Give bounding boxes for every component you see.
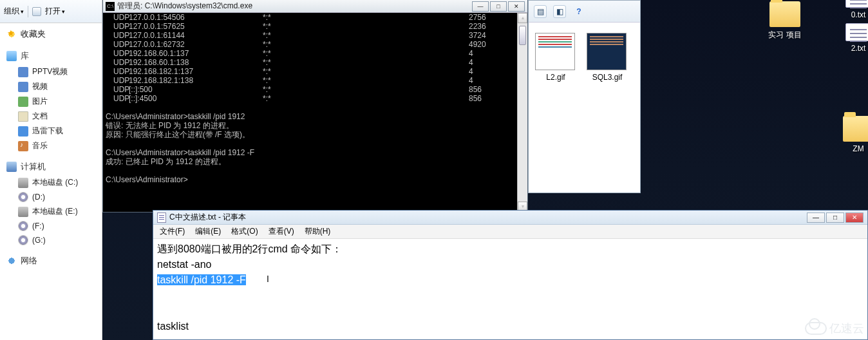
favorites-label: 收藏夹 bbox=[21, 28, 46, 40]
library-icon bbox=[6, 51, 17, 61]
notepad-window: C中文描述.txt - 记事本 — □ ✕ 文件(F) 编辑(E) 格式(O) … bbox=[153, 210, 868, 340]
nav-item-documents[interactable]: 文档 bbox=[0, 109, 102, 124]
cloud-icon bbox=[805, 322, 827, 335]
music-icon bbox=[18, 141, 28, 151]
menu-help[interactable]: 帮助(H) bbox=[301, 225, 335, 238]
desktop-file-0txt[interactable]: 0.txt bbox=[835, 0, 868, 19]
open-icon bbox=[32, 7, 41, 16]
text-cursor-icon: I bbox=[267, 271, 269, 287]
nav-network[interactable]: 网络 bbox=[0, 252, 102, 269]
notepad-textarea[interactable]: 遇到8080端口被用的2行cmd 命令如下： netstat -ano task… bbox=[153, 239, 867, 337]
close-button[interactable]: ✕ bbox=[845, 212, 863, 223]
organize-menu[interactable]: 组织 bbox=[4, 6, 24, 17]
nav-library[interactable]: 库 bbox=[0, 48, 102, 64]
computer-icon bbox=[6, 162, 17, 172]
netstat-row: UDP192.168.182.1:137*:*4 bbox=[106, 67, 525, 76]
nav-favorites[interactable]: 收藏夹 bbox=[0, 26, 102, 42]
netstat-row: UDP127.0.0.1:61144*:*3724 bbox=[106, 31, 525, 40]
library-label: 库 bbox=[21, 50, 29, 62]
netstat-row: UDP127.0.0.1:54506*:*2756 bbox=[106, 13, 525, 22]
netstat-row: UDP192.168.182.1:138*:*4 bbox=[106, 76, 525, 85]
nav-disk-f[interactable]: (F:) bbox=[0, 219, 102, 233]
nav-item-music[interactable]: 音乐 bbox=[0, 138, 102, 153]
cmd-output[interactable]: UDP127.0.0.1:54506*:*2756UDP127.0.0.1:57… bbox=[103, 13, 527, 212]
file-item[interactable]: L2.gif bbox=[535, 33, 576, 82]
nav-item-xunlei[interactable]: 迅雷下载 bbox=[0, 124, 102, 138]
cmd-line: C:\Users\Administrator> bbox=[106, 175, 525, 184]
netstat-row: UDP127.0.0.1:57625*:*2236 bbox=[106, 22, 525, 31]
explorer-right-toolbar: ▤ ◧ ? bbox=[529, 1, 640, 23]
icon-label: 实习 项目 bbox=[761, 30, 809, 41]
menu-format[interactable]: 格式(O) bbox=[227, 225, 261, 238]
cd-icon bbox=[18, 192, 28, 202]
download-icon bbox=[18, 126, 28, 137]
view-mode-button[interactable]: ◧ bbox=[553, 5, 566, 18]
nav-item-pictures[interactable]: 图片 bbox=[0, 94, 102, 109]
explorer-sidebar: 组织 打开 收藏夹 库 PPTV视频 视频 图片 文档 迅雷下载 音乐 计算机 … bbox=[0, 0, 102, 340]
cmd-line bbox=[106, 166, 525, 175]
explorer-window-right: ▤ ◧ ? L2.gif SQL3.gif bbox=[528, 0, 641, 193]
video-icon bbox=[18, 67, 28, 77]
nav-disk-e[interactable]: 本地磁盘 (E:) bbox=[0, 204, 102, 219]
cmd-line: 成功: 已终止 PID 为 1912 的进程。 bbox=[106, 157, 525, 166]
nav-disk-d[interactable]: (D:) bbox=[0, 190, 102, 204]
netstat-row: UDP127.0.0.1:62732*:*4920 bbox=[106, 40, 525, 49]
minimize-button[interactable]: — bbox=[472, 1, 489, 12]
cmd-icon: C:\ bbox=[106, 2, 115, 11]
disk-icon bbox=[18, 178, 28, 188]
text-file-icon bbox=[845, 0, 868, 8]
cmd-line bbox=[106, 103, 525, 112]
desktop-folder-zm[interactable]: ZM bbox=[835, 116, 868, 153]
cmd-line: C:\Users\Administrator>taskkill /pid 191… bbox=[106, 112, 525, 121]
close-button[interactable]: ✕ bbox=[508, 1, 525, 12]
menu-file[interactable]: 文件(F) bbox=[156, 225, 189, 238]
computer-label: 计算机 bbox=[21, 161, 46, 173]
thumbnail-icon bbox=[535, 33, 575, 70]
view-layout-button[interactable]: ▤ bbox=[534, 5, 547, 18]
folder-icon bbox=[769, 1, 800, 27]
cd-icon bbox=[18, 235, 28, 245]
cmd-line: 错误: 无法终止 PID 为 1912 的进程。 bbox=[106, 121, 525, 130]
text-line: 遇到8080端口被用的2行cmd 命令如下： bbox=[157, 241, 863, 257]
help-icon: ? bbox=[576, 7, 581, 16]
star-icon bbox=[6, 29, 17, 39]
minimize-button[interactable]: — bbox=[807, 212, 825, 223]
desktop-file-2txt[interactable]: 2.txt bbox=[835, 23, 868, 53]
scroll-up-button[interactable]: ▴ bbox=[518, 13, 527, 23]
nav-item-video[interactable]: 视频 bbox=[0, 79, 102, 94]
icon-label: 2.txt bbox=[835, 44, 868, 53]
nav-disk-c[interactable]: 本地磁盘 (C:) bbox=[0, 175, 102, 190]
file-label: SQL3.gif bbox=[587, 73, 628, 82]
scroll-thumb[interactable] bbox=[519, 26, 526, 45]
menu-edit[interactable]: 编辑(E) bbox=[191, 225, 225, 238]
folder-icon bbox=[843, 116, 868, 142]
cmd-line: C:\Users\Administrator>taskkill /pid 191… bbox=[106, 148, 525, 157]
thumbnail-icon bbox=[587, 33, 627, 70]
desktop-folder-shixi[interactable]: 实习 项目 bbox=[761, 1, 809, 41]
notepad-menubar: 文件(F) 编辑(E) 格式(O) 查看(V) 帮助(H) bbox=[153, 225, 867, 239]
open-menu[interactable]: 打开 bbox=[45, 6, 65, 17]
text-line bbox=[157, 288, 863, 303]
notepad-titlebar[interactable]: C中文描述.txt - 记事本 — □ ✕ bbox=[153, 211, 867, 225]
maximize-button[interactable]: □ bbox=[826, 212, 844, 223]
menu-view[interactable]: 查看(V) bbox=[265, 225, 298, 238]
cmd-scrollbar[interactable]: ▴ ▾ bbox=[517, 13, 527, 212]
notepad-icon bbox=[157, 212, 166, 223]
help-button[interactable]: ? bbox=[572, 5, 585, 18]
document-icon bbox=[18, 111, 28, 122]
file-item[interactable]: SQL3.gif bbox=[587, 33, 628, 82]
nav-item-pptv[interactable]: PPTV视频 bbox=[0, 64, 102, 79]
file-label: L2.gif bbox=[535, 73, 576, 82]
explorer-toolbar: 组织 打开 bbox=[0, 0, 102, 23]
text-line bbox=[157, 303, 863, 319]
netstat-row: UDP[::]:500*:*856 bbox=[106, 85, 525, 94]
disk-icon bbox=[18, 207, 28, 217]
notepad-title-text: C中文描述.txt - 记事本 bbox=[169, 212, 246, 223]
cmd-titlebar[interactable]: C:\ 管理员: C:\Windows\system32\cmd.exe — □… bbox=[103, 0, 527, 13]
nav-disk-g[interactable]: (G:) bbox=[0, 233, 102, 247]
nav-computer[interactable]: 计算机 bbox=[0, 158, 102, 175]
text-line: tasklist bbox=[157, 319, 863, 334]
maximize-button[interactable]: □ bbox=[490, 1, 507, 12]
netstat-row: UDP192.168.60.1:137*:*4 bbox=[106, 49, 525, 58]
cmd-window: C:\ 管理员: C:\Windows\system32\cmd.exe — □… bbox=[102, 0, 528, 212]
